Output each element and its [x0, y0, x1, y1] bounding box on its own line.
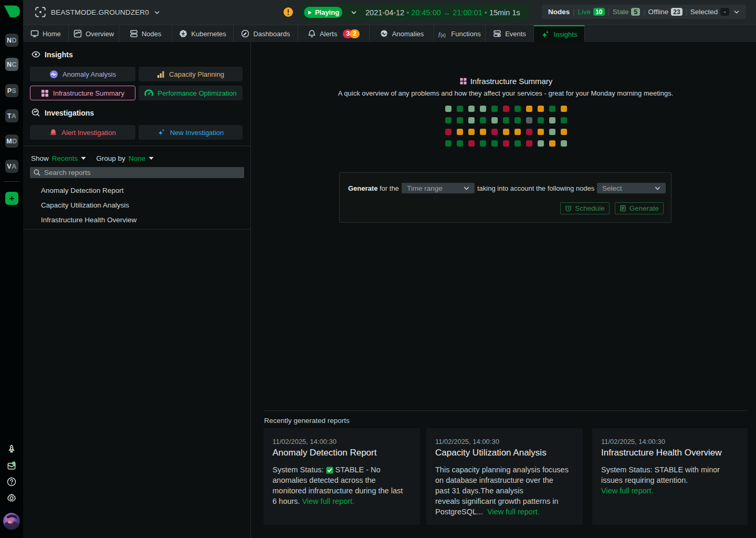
svg-text:(x): (x) — [440, 32, 446, 37]
